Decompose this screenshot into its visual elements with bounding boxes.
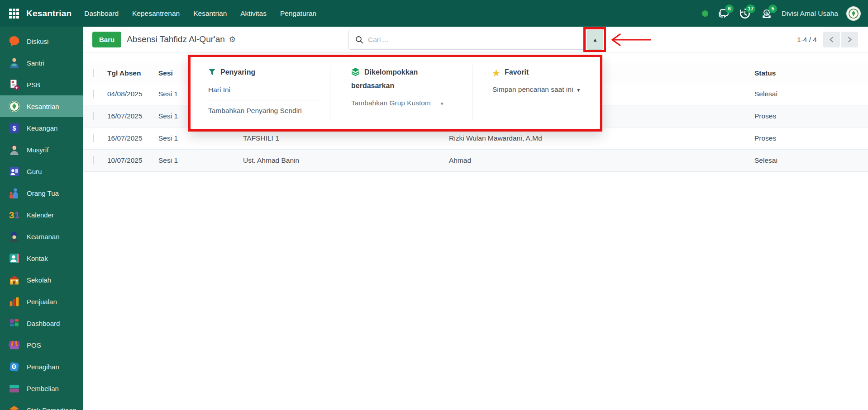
caret-down-icon: ▼ (440, 101, 444, 106)
sidebar-item-dashboard[interactable]: Dashboard (0, 312, 83, 334)
orangtua-icon (8, 187, 20, 199)
navbar-menu-item[interactable]: Aktivitas (240, 9, 267, 18)
sidebar-item-penagihan[interactable]: $Penagihan (0, 356, 83, 377)
cell-status: Proses (754, 112, 868, 120)
top-navbar: Kesantrian DashboardKepesantrenanKesantr… (0, 0, 868, 27)
cell-session: Sesi 1 (158, 134, 243, 142)
svg-text:$: $ (765, 10, 768, 15)
sidebar-item-musyrif[interactable]: Musyrif (0, 139, 83, 160)
action-gear-icon[interactable]: ⚙ (229, 35, 236, 44)
row-checkbox[interactable] (93, 112, 94, 120)
cell-session: Sesi 1 (158, 156, 243, 165)
sidebar-item-pembelian[interactable]: Pembelian (0, 377, 83, 399)
apps-grid-icon[interactable] (8, 8, 20, 19)
sekolah-icon (8, 274, 20, 286)
money-transfer-button[interactable]: $ 5 (760, 7, 773, 20)
cell-status: Proses (754, 134, 868, 142)
sidebar-item-diskusi[interactable]: Diskusi (0, 30, 83, 52)
pager-range: 1-4 / 4 (797, 36, 817, 44)
sidebar-item-kontak[interactable]: Kontak (0, 247, 83, 269)
column-header-date: Tgl Absen (107, 69, 158, 77)
navbar-menu: DashboardKepesantrenanKesantrianAktivita… (84, 9, 316, 18)
app-brand[interactable]: Kesantrian (26, 9, 72, 19)
navbar-menu-item[interactable]: Dashboard (84, 9, 119, 18)
sidebar-item-santri[interactable]: Santri (0, 52, 83, 74)
cell-date: 04/08/2025 (107, 90, 158, 98)
transfers-badge: 5 (768, 5, 777, 13)
select-all-checkbox[interactable] (93, 69, 94, 77)
cell-col3: TAFSHILI 1 (243, 134, 449, 142)
sidebar-item-label: Musyrif (27, 146, 48, 154)
row-checkbox[interactable] (93, 134, 94, 142)
keuangan-icon: $ (8, 122, 20, 134)
keamanan-icon (8, 231, 20, 243)
navbar-menu-item[interactable]: Kepesantrenan (132, 9, 180, 18)
diskusi-icon (8, 35, 20, 47)
caret-down-icon: ▼ (576, 88, 581, 93)
cell-date: 16/07/2025 (107, 112, 158, 120)
table-row[interactable]: 10/07/2025Sesi 1Ust. Ahmad BaninAhmadSel… (83, 150, 868, 172)
sidebar-item-psb[interactable]: PSB (0, 74, 83, 95)
psb-icon (8, 79, 20, 91)
sidebar-item-label: Dashboard (27, 320, 60, 327)
sidebar-item-label: Kesantrian (27, 103, 59, 110)
pos-icon (8, 339, 20, 351)
musyrif-icon (8, 144, 20, 156)
messages-button[interactable]: 6 (716, 7, 730, 20)
cell-status: Selesai (754, 156, 868, 165)
sidebar-item-pos[interactable]: POS (0, 334, 83, 356)
column-header-status: Status (754, 69, 868, 77)
online-status-dot (702, 10, 708, 17)
sidebar-item-label: Penjualan (27, 298, 57, 306)
control-panel: Baru Absensi Tahfidz Al-Qur'an ⚙ ▲ 1-4 /… (83, 27, 868, 52)
add-custom-filter[interactable]: Tambahkan Penyaring Sendiri (208, 107, 323, 115)
layers-icon (351, 67, 360, 80)
cell-col4: Rizki Wulan Mawardani, A.Md (449, 134, 754, 142)
new-record-button[interactable]: Baru (92, 32, 121, 47)
activities-button[interactable]: 17 (738, 7, 752, 20)
sidebar-item-label: Orang Tua (27, 189, 59, 197)
navbar-menu-item[interactable]: Kesantrian (193, 9, 227, 18)
kontak-icon (8, 252, 20, 264)
search-bar (348, 30, 586, 50)
filter-item-today[interactable]: Hari Ini (208, 86, 323, 94)
star-icon: ★ (492, 67, 500, 79)
svg-text:$: $ (12, 125, 16, 132)
sidebar-item-keamanan[interactable]: Keamanan (0, 226, 83, 247)
save-current-search[interactable]: Simpan pencarian saat ini▼ (492, 85, 600, 94)
sidebar-item-sekolah[interactable]: Sekolah (0, 269, 83, 291)
cell-col3: Ust. Ahmad Banin (243, 156, 449, 165)
guru-icon (8, 165, 20, 178)
activities-badge: 17 (746, 5, 755, 13)
penjualan-icon (8, 296, 20, 308)
filters-section: Penyaring Hari Ini Tambahkan Penyaring S… (191, 57, 330, 129)
sidebar-item-guru[interactable]: Guru (0, 160, 83, 182)
sidebar-item-stok[interactable]: Stok Persediaan (0, 399, 83, 410)
sidebar-item-label: Pembelian (27, 385, 59, 392)
pager-previous-button[interactable] (823, 32, 840, 47)
sidebar-item-orangtua[interactable]: Orang Tua (0, 182, 83, 204)
penagihan-icon: $ (8, 361, 20, 373)
company-name[interactable]: Divisi Amal Usaha (782, 9, 838, 18)
group-by-heading: Dikelompokkan berdasarkan (351, 66, 459, 92)
row-checkbox[interactable] (93, 90, 94, 98)
search-input[interactable] (368, 36, 586, 44)
add-custom-group-select[interactable]: Tambahkan Grup Kustom▼ (351, 99, 459, 107)
pager-next-button[interactable] (841, 32, 858, 47)
sidebar-item-label: Sekolah (27, 276, 51, 284)
user-avatar[interactable] (846, 6, 861, 21)
sidebar-item-kalender[interactable]: 31Kalender (0, 204, 83, 226)
search-dropdown-toggle[interactable]: ▲ (587, 30, 603, 50)
row-checkbox[interactable] (93, 156, 94, 165)
navbar-menu-item[interactable]: Pengaturan (280, 9, 316, 18)
sidebar-item-keuangan[interactable]: $Keuangan (0, 117, 83, 139)
sidebar: DiskusiSantriPSBKesantrian$KeuanganMusyr… (0, 27, 83, 410)
sidebar-item-label: Keuangan (27, 124, 57, 132)
sidebar-item-penjualan[interactable]: Penjualan (0, 291, 83, 312)
sidebar-item-kesantrian[interactable]: Kesantrian (0, 95, 83, 117)
cell-status: Selesai (754, 90, 868, 98)
sidebar-item-label: POS (27, 341, 41, 349)
stok-icon (8, 404, 20, 410)
cell-date: 16/07/2025 (107, 134, 158, 142)
filters-heading: Penyaring (208, 66, 323, 80)
